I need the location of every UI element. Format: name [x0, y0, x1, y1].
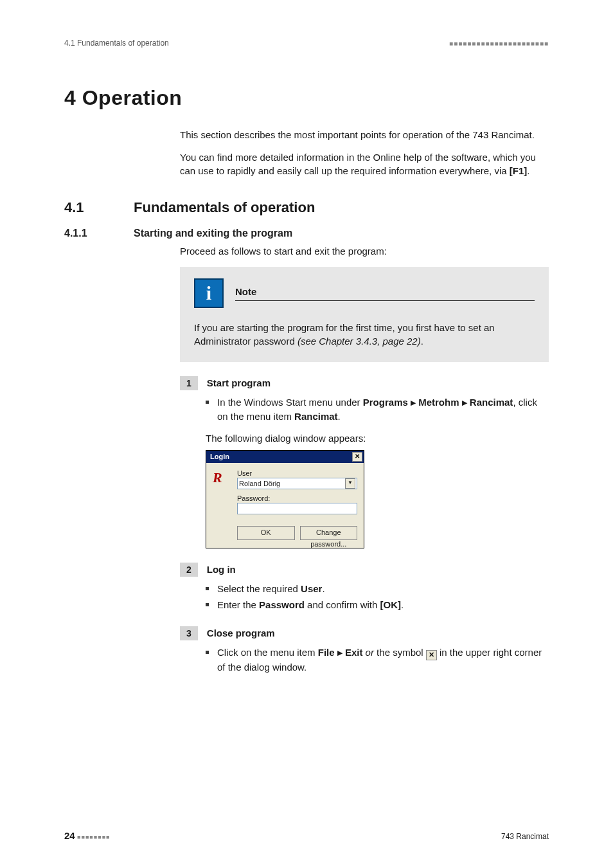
step-number: 2 — [180, 563, 198, 577]
close-icon: ✕ — [426, 650, 437, 660]
close-icon[interactable]: ✕ — [352, 452, 362, 462]
user-select-value: Roland Dörig — [239, 480, 280, 487]
step-title: Start program — [207, 377, 271, 388]
chevron-right-icon: ▶ — [337, 649, 342, 656]
dialog-titlebar: Login ✕ — [206, 451, 364, 463]
subsection-heading: 4.1.1 Starting and exiting the program — [64, 228, 549, 239]
dialog-title: Login — [210, 453, 229, 460]
app-icon: R — [213, 469, 231, 487]
header-dashes: ■■■■■■■■■■■■■■■■■■■■■■ — [449, 40, 549, 47]
subsection-number: 4.1.1 — [64, 228, 103, 239]
ok-button[interactable]: OK — [237, 526, 295, 540]
user-label: User — [237, 469, 357, 477]
chevron-down-icon[interactable]: ▼ — [345, 478, 355, 489]
step-number: 3 — [180, 626, 198, 640]
footer-right: 743 Rancimat — [501, 832, 549, 841]
footer-dashes: ■■■■■■■■ — [77, 834, 111, 840]
intro-paragraph-2: You can find more detailed information i… — [180, 150, 549, 177]
note-text: If you are starting the program for the … — [194, 321, 535, 348]
list-item: In the Windows Start menu under Programs… — [206, 395, 549, 424]
chevron-right-icon: ▶ — [411, 399, 416, 406]
subsection-lead: Proceed as follows to start and exit the… — [180, 244, 549, 258]
step-number: 1 — [180, 376, 198, 390]
chapter-heading: 4 Operation — [64, 86, 549, 110]
step-1: 1 Start program In the Windows Start men… — [180, 376, 549, 548]
list-item: Click on the menu item File ▶ Exit or th… — [206, 646, 549, 674]
chevron-right-icon: ▶ — [462, 399, 467, 406]
header-left-text: 4.1 Fundamentals of operation — [64, 39, 169, 48]
step1-after-text: The following dialog window appears: — [206, 433, 549, 444]
login-dialog: Login ✕ R User Roland Dörig ▼ Password: — [206, 450, 364, 548]
subsection-title: Starting and exiting the program — [134, 228, 292, 239]
step-title: Close program — [207, 628, 275, 638]
section-title: Fundamentals of operation — [134, 199, 315, 216]
note-title: Note — [235, 286, 256, 297]
intro-paragraph-1: This section describes the most importan… — [180, 128, 549, 141]
list-item: Select the required User. — [206, 582, 549, 596]
password-input[interactable] — [237, 503, 357, 514]
change-password-button[interactable]: Change password... — [300, 526, 358, 540]
page-header: 4.1 Fundamentals of operation ■■■■■■■■■■… — [64, 39, 549, 48]
page-number: 24 — [64, 830, 75, 841]
password-label: Password: — [237, 494, 357, 502]
list-item: Enter the Password and confirm with [OK]… — [206, 598, 549, 612]
user-select[interactable]: Roland Dörig ▼ — [237, 478, 357, 489]
step-2: 2 Log in Select the required User. Enter… — [180, 563, 549, 613]
page-footer: 24 ■■■■■■■■ 743 Rancimat — [64, 830, 549, 841]
step-3: 3 Close program Click on the menu item F… — [180, 626, 549, 674]
section-number: 4.1 — [64, 199, 103, 216]
note-box: i Note If you are starting the program f… — [180, 267, 549, 362]
step-title: Log in — [207, 564, 236, 575]
info-icon: i — [194, 278, 224, 308]
section-heading: 4.1 Fundamentals of operation — [64, 199, 549, 216]
